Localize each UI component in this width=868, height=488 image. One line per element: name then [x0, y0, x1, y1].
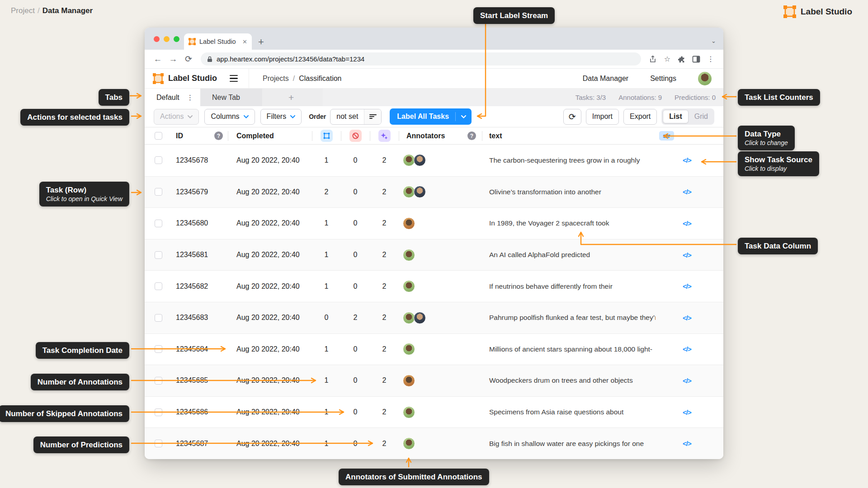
- table-row[interactable]: 12345681 Aug 20 2022, 20:40 1 0 2 An AI …: [145, 239, 723, 271]
- grid-view-button[interactable]: Grid: [689, 113, 713, 121]
- bookmark-star-icon[interactable]: ☆: [661, 53, 674, 66]
- sort-order-icon[interactable]: [364, 109, 381, 124]
- forward-icon[interactable]: →: [166, 52, 180, 66]
- tab-close-icon[interactable]: ✕: [242, 39, 247, 45]
- app-brand[interactable]: Label Studio: [145, 73, 217, 84]
- new-tab-icon[interactable]: +: [258, 37, 264, 47]
- label-all-tasks-button[interactable]: Label All Tasks: [390, 108, 472, 125]
- annotator-avatars: [399, 154, 482, 166]
- side-panel-icon[interactable]: [690, 53, 703, 66]
- task-text: In 1989, the Voyager 2 spacecraft took: [482, 219, 656, 227]
- row-checkbox[interactable]: [155, 345, 162, 353]
- columns-button[interactable]: Columns: [204, 109, 255, 125]
- show-task-source-icon[interactable]: </>: [683, 440, 691, 447]
- annotator-avatar: [414, 186, 426, 198]
- annotator-avatars: [399, 437, 482, 450]
- column-header-text[interactable]: text: [482, 127, 656, 144]
- share-icon[interactable]: [646, 53, 659, 66]
- task-text: Pahrump poolfish flunked a fear test, bu…: [482, 314, 656, 322]
- column-header-completed[interactable]: Completed: [228, 127, 312, 144]
- row-checkbox[interactable]: [155, 440, 162, 447]
- browser-tabstrip: Label Studio ✕ + ⌄: [145, 28, 723, 50]
- select-all-checkbox[interactable]: [155, 132, 162, 140]
- show-task-source-icon[interactable]: </>: [683, 282, 691, 290]
- column-header-annotations[interactable]: [312, 127, 341, 144]
- callout-task-data-column: Task Data Column: [738, 238, 818, 254]
- tab-options-kebab-icon[interactable]: ⋮: [187, 94, 194, 102]
- callout-task-completion-date: Task Completion Date: [36, 342, 129, 359]
- filters-button[interactable]: Filters: [260, 109, 302, 125]
- header-divider: [249, 69, 249, 89]
- row-checkbox[interactable]: [155, 156, 162, 164]
- nav-settings[interactable]: Settings: [650, 75, 676, 83]
- column-header-skipped[interactable]: [341, 127, 370, 144]
- help-icon[interactable]: ?: [467, 131, 476, 140]
- table-row[interactable]: 12345686 Aug 20 2022, 20:40 1 0 2 Specim…: [145, 396, 723, 428]
- annotations-count: 1: [312, 282, 341, 291]
- predictions-count: 2: [370, 219, 399, 227]
- list-view-button[interactable]: List: [663, 110, 688, 123]
- task-id: 12345679: [166, 188, 228, 196]
- minimize-window-button[interactable]: [164, 36, 170, 42]
- task-id: 12345682: [166, 282, 228, 291]
- label-tasks-dropdown-chevron[interactable]: [455, 112, 472, 121]
- data-type-badge[interactable]: str: [659, 131, 674, 141]
- browser-tab-title: Label Studio: [199, 38, 239, 45]
- back-icon[interactable]: ←: [151, 52, 165, 66]
- close-window-button[interactable]: [154, 36, 160, 42]
- table-row[interactable]: 12345682 Aug 20 2022, 20:40 1 0 2 If neu…: [145, 270, 723, 302]
- table-row[interactable]: 12345680 Aug 20 2022, 20:40 1 0 2 In 198…: [145, 207, 723, 239]
- annotator-avatars: [399, 217, 482, 230]
- column-header-id[interactable]: ID ?: [166, 127, 228, 144]
- nav-data-manager[interactable]: Data Manager: [583, 75, 628, 83]
- row-checkbox[interactable]: [155, 188, 162, 196]
- add-tab-button[interactable]: +: [262, 89, 323, 106]
- callout-number-of-predictions: Number of Predictions: [33, 436, 129, 453]
- browser-tab[interactable]: Label Studio ✕: [184, 33, 252, 50]
- breadcrumb-project[interactable]: Project: [11, 6, 35, 15]
- table-row[interactable]: 12345683 Aug 20 2022, 20:40 0 2 2 Pahrum…: [145, 302, 723, 333]
- annotator-avatars: [399, 280, 482, 292]
- url-bar[interactable]: app.heartex.com/projects/123456/data?tab…: [201, 52, 641, 66]
- breadcrumb-projects-link[interactable]: Projects: [263, 75, 289, 83]
- actions-button[interactable]: Actions: [154, 109, 199, 125]
- row-checkbox[interactable]: [155, 220, 162, 227]
- table-row[interactable]: 12345678 Aug 20 2022, 20:40 1 0 2 The ca…: [145, 145, 723, 176]
- column-header-annotators[interactable]: Annotators ?: [399, 127, 482, 144]
- table-row[interactable]: 12345684 Aug 20 2022, 20:40 1 0 2 Millio…: [145, 333, 723, 365]
- show-task-source-icon[interactable]: </>: [683, 408, 691, 416]
- row-checkbox[interactable]: [155, 314, 162, 322]
- row-checkbox[interactable]: [155, 282, 162, 290]
- row-checkbox[interactable]: [155, 408, 162, 416]
- browser-menu-kebab-icon[interactable]: ⋮: [704, 53, 717, 66]
- show-task-source-icon[interactable]: </>: [683, 314, 691, 322]
- user-avatar[interactable]: [698, 72, 712, 85]
- table-row[interactable]: 12345687 Aug 20 2022, 20:40 1 0 2 Big fi…: [145, 427, 723, 459]
- hamburger-menu-icon[interactable]: [230, 75, 238, 82]
- show-task-source-icon[interactable]: </>: [683, 188, 691, 196]
- tab-default[interactable]: Default ⋮: [145, 89, 200, 106]
- extensions-puzzle-icon[interactable]: [675, 53, 688, 66]
- row-checkbox[interactable]: [155, 377, 162, 385]
- show-task-source-icon[interactable]: </>: [683, 377, 691, 385]
- help-icon[interactable]: ?: [214, 131, 223, 140]
- show-task-source-icon[interactable]: </>: [683, 345, 691, 353]
- callout-show-task-source: Show Task Source Click to display: [738, 151, 819, 176]
- column-header-predictions[interactable]: [370, 127, 399, 144]
- task-text: If neutrinos behave differently from the…: [482, 282, 656, 291]
- reload-icon[interactable]: ⟳: [182, 52, 195, 66]
- show-task-source-icon[interactable]: </>: [683, 251, 691, 259]
- window-controls[interactable]: [154, 36, 179, 42]
- import-button[interactable]: Import: [586, 109, 619, 125]
- export-button[interactable]: Export: [623, 109, 657, 125]
- row-checkbox[interactable]: [155, 251, 162, 259]
- tab-new-tab[interactable]: New Tab: [200, 89, 262, 106]
- show-task-source-icon[interactable]: </>: [683, 220, 691, 227]
- table-row[interactable]: 12345685 Aug 20 2022, 20:40 1 0 2 Woodpe…: [145, 365, 723, 396]
- order-select[interactable]: not set: [330, 109, 382, 125]
- tab-search-chevron-icon[interactable]: ⌄: [711, 38, 716, 44]
- zoom-window-button[interactable]: [174, 36, 179, 42]
- table-row[interactable]: 12345679 Aug 20 2022, 20:40 2 0 2 Olivin…: [145, 176, 723, 208]
- refresh-button[interactable]: ⟳: [563, 109, 581, 125]
- show-task-source-icon[interactable]: </>: [683, 156, 691, 164]
